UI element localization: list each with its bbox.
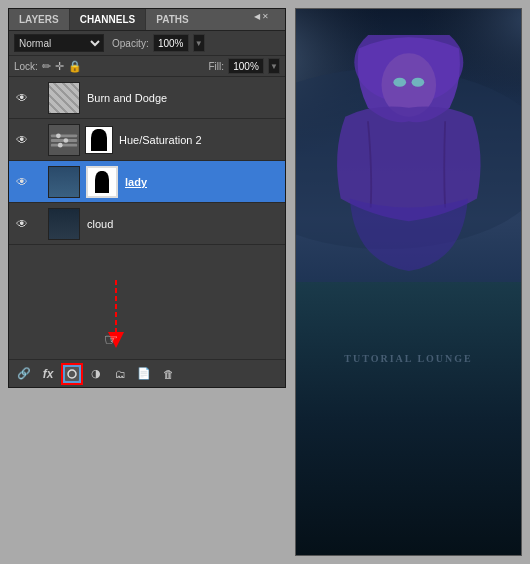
blend-mode-row: Normal Multiply Screen Overlay Opacity: … <box>9 31 285 56</box>
visibility-icon-burn-dodge[interactable]: 👁 <box>13 89 31 107</box>
lock-all-icon[interactable]: 🔒 <box>68 60 82 73</box>
chain-icon-cloud <box>31 217 45 231</box>
tab-paths[interactable]: PATHS <box>146 9 198 30</box>
layer-mask-lady <box>86 166 118 198</box>
layer-thumb-cloud <box>48 208 80 240</box>
visibility-icon-cloud[interactable]: 👁 <box>13 215 31 233</box>
layers-panel: LAYERS CHANNELS PATHS ◀ ✕ Normal Multipl… <box>8 8 286 388</box>
fx-button[interactable]: fx <box>37 363 59 385</box>
delete-button[interactable]: 🗑 <box>157 363 179 385</box>
link-button[interactable]: 🔗 <box>13 363 35 385</box>
tab-layers[interactable]: LAYERS <box>9 9 69 30</box>
fill-arrow[interactable]: ▼ <box>268 58 280 74</box>
opacity-label: Opacity: <box>112 38 149 49</box>
fill-value[interactable]: 100% <box>228 58 264 74</box>
lock-pixels-icon[interactable]: ✏ <box>42 60 51 73</box>
main-image-area: TUTORIAL LOUNGE <box>295 8 522 556</box>
layer-item-cloud[interactable]: 👁 cloud <box>9 203 285 245</box>
svg-point-5 <box>64 138 69 143</box>
layer-name-cloud: cloud <box>87 218 281 230</box>
adjustment-button[interactable]: ◑ <box>85 363 107 385</box>
svg-point-17 <box>411 78 424 87</box>
layer-item-lady[interactable]: 👁 lady <box>9 161 285 203</box>
layer-name-burn-dodge: Burn and Dodge <box>87 92 281 104</box>
chain-icon-lady <box>31 175 45 189</box>
layer-item-hue-sat[interactable]: 👁 <box>9 119 285 161</box>
layer-mask-hue-sat <box>85 126 113 154</box>
image-content: TUTORIAL LOUNGE <box>295 8 522 556</box>
svg-point-16 <box>393 78 406 87</box>
opacity-arrow[interactable]: ▼ <box>193 34 205 52</box>
svg-rect-3 <box>51 143 77 146</box>
opacity-value[interactable]: 100% <box>153 34 189 52</box>
layer-toolbar: 🔗 fx ◑ 🗂 📄 🗑 <box>9 359 285 387</box>
layer-list: 👁 Burn and Dodge 👁 <box>9 77 285 359</box>
lock-row: Lock: ✏ ✛ 🔒 Fill: 100% ▼ <box>9 56 285 77</box>
blend-mode-select[interactable]: Normal Multiply Screen Overlay <box>14 34 104 52</box>
panel-resize: ◀ ✕ <box>254 9 269 21</box>
layer-name-hue-sat: Hue/Saturation 2 <box>119 134 281 146</box>
svg-rect-7 <box>65 367 79 381</box>
lock-move-icon[interactable]: ✛ <box>55 60 64 73</box>
fill-label: Fill: <box>208 61 224 72</box>
layer-thumb-burn-dodge <box>48 82 80 114</box>
layer-name-lady: lady <box>125 176 281 188</box>
minimize-icon[interactable]: ◀ <box>254 12 260 21</box>
svg-point-4 <box>56 133 61 138</box>
svg-rect-1 <box>51 134 77 137</box>
chain-icon-hue-sat <box>31 133 45 147</box>
figure-svg <box>318 35 500 353</box>
layer-item-burn-dodge[interactable]: 👁 Burn and Dodge <box>9 77 285 119</box>
chain-icon-burn-dodge <box>31 91 45 105</box>
watermark-text: TUTORIAL LOUNGE <box>344 353 472 364</box>
new-layer-button[interactable]: 📄 <box>133 363 155 385</box>
add-mask-button[interactable] <box>61 363 83 385</box>
layer-thumb-hue-sat <box>48 124 80 156</box>
tab-channels[interactable]: CHANNELS <box>70 9 146 30</box>
tabs-bar: LAYERS CHANNELS PATHS ◀ ✕ <box>9 9 285 31</box>
visibility-icon-hue-sat[interactable]: 👁 <box>13 131 31 149</box>
lock-label: Lock: <box>14 61 38 72</box>
group-button[interactable]: 🗂 <box>109 363 131 385</box>
layer-thumb-lady <box>48 166 80 198</box>
close-icon[interactable]: ✕ <box>262 12 269 21</box>
svg-point-6 <box>58 142 63 147</box>
visibility-icon-lady[interactable]: 👁 <box>13 173 31 191</box>
